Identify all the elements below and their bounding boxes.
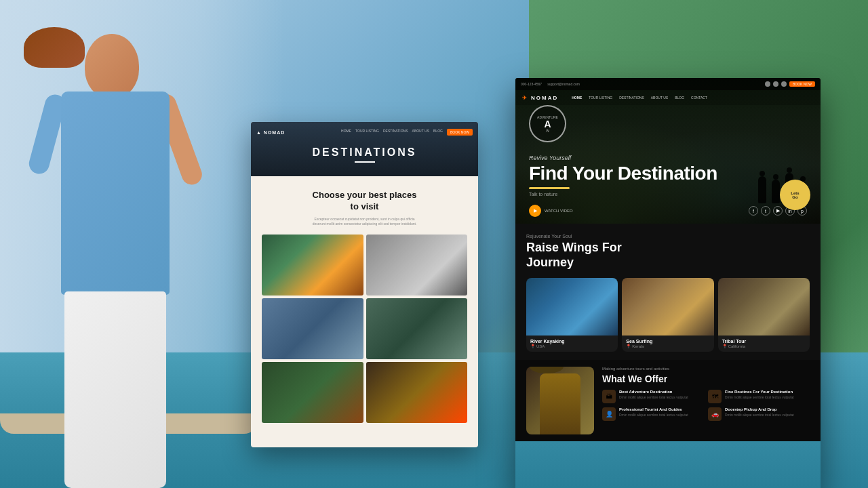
- logo-text: NOMAD: [531, 95, 558, 101]
- hiker-1: [758, 176, 766, 203]
- topbar-book-btn[interactable]: BOOK NOW: [789, 81, 815, 87]
- offer-adventure-desc: Dmin mollit alique sembre total lectus v…: [619, 395, 688, 400]
- nav-contact[interactable]: CONTACT: [691, 96, 707, 100]
- offer-routines-text: Fine Routines For Your Destination Dmin …: [725, 390, 794, 399]
- card-main-website: 000-123-4567 support@nomad.com BOOK NOW …: [515, 78, 821, 488]
- adventure-icon: 🏔: [602, 390, 616, 403]
- location-pin-3: 📍: [722, 344, 727, 348]
- hero-section: 000-123-4567 support@nomad.com BOOK NOW …: [515, 78, 821, 224]
- social-fb[interactable]: f: [749, 206, 758, 216]
- offer-tourist: 👤 Professional Tourist And Guides Dmin m…: [602, 407, 704, 421]
- destinations-grid: [262, 235, 467, 423]
- site-logo: ✈ NOMAD: [522, 95, 558, 101]
- kayak-name: River Kayaking: [530, 339, 614, 344]
- card-left-desc: Excepteur occaecat cupidatat non proiden…: [262, 217, 467, 226]
- routines-icon: 🗺: [708, 390, 722, 403]
- card-destinations: ▲ NOMAD HOME TOUR LISTING DESTINATIONS A…: [251, 122, 478, 447]
- nav-home[interactable]: HOME: [572, 96, 582, 100]
- location-pin-2: 📍: [626, 344, 631, 348]
- person-figure-area: [0, 0, 258, 488]
- offer-routines-title: Fine Routines For Your Destination: [725, 390, 794, 395]
- card-left-body: Choose your best placesto visit Excepteu…: [251, 176, 478, 431]
- tribal-label: Tribal Tour 📍California: [718, 336, 810, 352]
- surf-image: [622, 278, 713, 336]
- nav-destinations[interactable]: DESTINATIONS: [619, 96, 644, 100]
- badge-bottom: W: [546, 129, 549, 133]
- social-icon-fb: [765, 81, 770, 87]
- location-pin-1: 📍: [530, 344, 535, 348]
- kayak-label: River Kayaking 📍USA: [526, 336, 618, 352]
- plane-icon: ✈: [522, 95, 528, 101]
- badge-letter: A: [544, 119, 551, 129]
- offer-pickup-title: Doorstep Pickup And Drop: [725, 407, 794, 413]
- topbar-right: BOOK NOW: [765, 81, 815, 87]
- social-yt[interactable]: ▶: [773, 206, 783, 216]
- lets-go-line2: Go: [792, 195, 797, 199]
- nav-blog[interactable]: BLOG: [675, 96, 684, 100]
- offers-badge: Making adventure tours and activities: [602, 367, 810, 371]
- surf-label: Sea Surfing 📍Kerala: [622, 336, 713, 352]
- offers-content: Making adventure tours and activities Wh…: [602, 367, 810, 434]
- offers-person-img: [526, 367, 594, 434]
- offer-tourist-text: Professional Tourist And Guides Dmin mol…: [619, 407, 688, 417]
- tribal-location: 📍California: [722, 344, 806, 348]
- offer-pickup-text: Doorstep Pickup And Drop Dmin mollit ali…: [725, 407, 794, 417]
- nav-tours[interactable]: TOUR LISTING: [589, 96, 612, 100]
- social-icon-in: [781, 81, 787, 87]
- person-body: [61, 92, 170, 295]
- activities-section: Rejuvenate Your Soul Raise Wings ForJour…: [515, 224, 821, 360]
- hero-bottom-bar: ▶ WATCH VIDEO f t ▶ in p: [529, 205, 807, 217]
- hero-title: Find Your Destination: [529, 163, 717, 184]
- lets-go-button[interactable]: Lets Go: [780, 180, 810, 210]
- grid-img-2: [366, 235, 468, 296]
- offer-pickup-desc: Dmin mollit alique sembre total lectus v…: [725, 413, 794, 418]
- topbar-left: 000-123-4567 support@nomad.com: [521, 82, 765, 86]
- grid-img-1: [262, 235, 363, 296]
- pickup-icon: 🚗: [708, 407, 722, 421]
- watch-label: WATCH VIDEO: [545, 209, 573, 213]
- watch-video-btn[interactable]: ▶ WATCH VIDEO: [529, 205, 573, 217]
- tribal-image: [718, 278, 810, 336]
- tribal-name: Tribal Tour: [722, 339, 806, 344]
- hero-text-block: Revive Yourself Find Your Destination Ta…: [529, 155, 717, 197]
- grid-img-5: [262, 362, 363, 423]
- tourist-icon: 👤: [602, 407, 616, 421]
- offer-pickup: 🚗 Doorstep Pickup And Drop Dmin mollit a…: [708, 407, 810, 421]
- section2-label: Rejuvenate Your Soul: [526, 234, 810, 239]
- activity-tribal[interactable]: Tribal Tour 📍California: [718, 278, 810, 352]
- person-silhouette: [540, 373, 580, 434]
- main-nav: ✈ NOMAD HOME TOUR LISTING DESTINATIONS A…: [515, 90, 821, 105]
- topbar: 000-123-4567 support@nomad.com BOOK NOW: [515, 78, 821, 90]
- activity-surfing[interactable]: Sea Surfing 📍Kerala: [622, 278, 713, 352]
- topbar-email: support@nomad.com: [547, 82, 580, 86]
- title-underline: [355, 161, 375, 163]
- social-tw[interactable]: t: [761, 206, 770, 216]
- hiker-2: [772, 180, 780, 203]
- kayak-image: [526, 278, 618, 336]
- card-left-header: ▲ NOMAD HOME TOUR LISTING DESTINATIONS A…: [251, 122, 478, 176]
- grid-img-3: [262, 298, 363, 359]
- offer-routines-desc: Dmin mollit alique sembre total lectus v…: [725, 395, 794, 400]
- person-hair: [24, 27, 85, 68]
- play-icon[interactable]: ▶: [529, 205, 541, 217]
- offers-title: What We Offer: [602, 373, 810, 384]
- grid-img-6: [366, 362, 468, 423]
- person-figure: [27, 27, 203, 488]
- surf-location: 📍Kerala: [626, 344, 709, 348]
- section2-title: Raise Wings ForJourney: [526, 241, 810, 270]
- nav-about[interactable]: ABOUT US: [651, 96, 668, 100]
- offer-adventure: 🏔 Best Adventure Destination Dmin mollit…: [602, 390, 704, 403]
- nav-item-blog: BLOG: [433, 129, 443, 136]
- surf-name: Sea Surfing: [626, 339, 709, 344]
- card-left-title-area: DESTINATIONS: [313, 122, 417, 176]
- card-left-book-btn[interactable]: BOOK NOW: [447, 129, 473, 136]
- social-icon-tw: [773, 81, 778, 87]
- activities-grid: River Kayaking 📍USA Sea Surfing 📍Kerala: [526, 278, 810, 352]
- hero-revive: Revive Yourself: [529, 155, 717, 161]
- offer-tourist-title: Professional Tourist And Guides: [619, 407, 688, 413]
- offer-adventure-text: Best Adventure Destination Dmin mollit a…: [619, 390, 688, 399]
- card-left-subtitle: Choose your best placesto visit: [262, 190, 467, 213]
- offer-adventure-title: Best Adventure Destination: [619, 390, 688, 395]
- topbar-phone: 000-123-4567: [521, 82, 542, 86]
- activity-kayaking[interactable]: River Kayaking 📍USA: [526, 278, 618, 352]
